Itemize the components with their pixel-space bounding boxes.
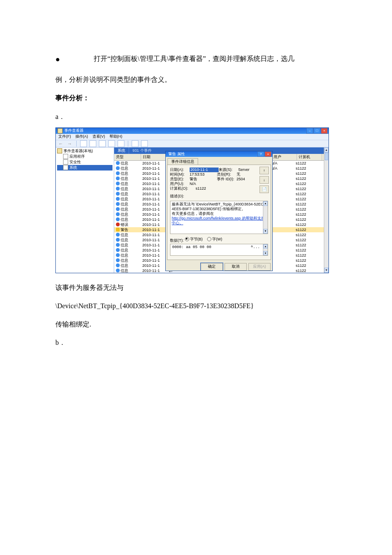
label-data: 数据(T): xyxy=(170,238,184,242)
cell-type: 信息 xyxy=(114,268,141,273)
tree-panel: 事件查看器(本地) 应用程序 安全性 系统 xyxy=(56,147,114,273)
cell: 2010-11-1 xyxy=(141,161,167,166)
properties-icon[interactable] xyxy=(99,140,106,147)
cell xyxy=(269,212,294,217)
data-hex-field[interactable]: 0000: aa 05 00 00 ª... ▲ ▼ xyxy=(170,244,268,256)
description-link[interactable]: http://go.microsoft.com/fwlink/events.as… xyxy=(172,216,266,225)
cell-type: 信息 xyxy=(114,253,141,258)
cell: s1122 xyxy=(294,197,319,202)
cell-type-text: 信息 xyxy=(121,186,128,191)
show-hide-tree-icon[interactable] xyxy=(89,140,96,147)
list-view-icon[interactable] xyxy=(141,140,148,147)
cell: 2010-11-1 xyxy=(141,171,167,176)
cell-type-text: 警告 xyxy=(121,227,128,232)
cell-type-text: 信息 xyxy=(121,197,128,202)
cell xyxy=(269,248,294,253)
menu-action[interactable]: 操作(A) xyxy=(75,134,88,139)
ok-button[interactable]: 确定 xyxy=(201,263,223,271)
cell-type: 信息 xyxy=(114,176,141,181)
cell xyxy=(269,268,294,273)
cell-type-text: 信息 xyxy=(121,181,128,186)
dialog-tabstrip: 事件详细信息 xyxy=(166,157,272,165)
scroll-thumb[interactable] xyxy=(325,153,328,160)
tree-item-application[interactable]: 应用程序 xyxy=(57,154,112,159)
tree-item-label: 安全性 xyxy=(69,159,81,165)
log-icon xyxy=(63,165,68,170)
cell: s1122 xyxy=(294,263,319,268)
event-count: 931 个事件 xyxy=(129,148,155,153)
tree-item-system[interactable]: 系统 xyxy=(57,165,112,171)
cell xyxy=(269,202,294,207)
info-icon xyxy=(116,253,120,257)
cell xyxy=(269,243,294,248)
cell: s1122 xyxy=(294,171,319,176)
cell xyxy=(269,237,294,243)
cell: s1122 xyxy=(294,166,319,171)
menu-file[interactable]: 文件(F) xyxy=(58,134,71,139)
data-scrollbar[interactable]: ▲ ▼ xyxy=(263,244,268,255)
scroll-up-icon[interactable]: ▲ xyxy=(324,147,329,153)
prev-event-button[interactable]: ↑ xyxy=(259,167,269,174)
close-button[interactable]: × xyxy=(321,128,328,134)
cell: s1122 xyxy=(294,176,319,181)
cell-type-text: 信息 xyxy=(121,176,128,181)
help-icon[interactable] xyxy=(132,140,138,147)
cell-type-text: 信息 xyxy=(121,166,128,171)
cell: s1122 xyxy=(294,268,319,273)
vertical-scrollbar[interactable]: ▲ ▼ xyxy=(324,147,329,273)
next-event-button[interactable]: ↓ xyxy=(259,176,269,184)
dialog-tab-details[interactable]: 事件详细信息 xyxy=(167,158,198,165)
col-computer[interactable]: 计算机 xyxy=(297,154,322,160)
forward-icon[interactable]: → xyxy=(66,141,73,146)
description-line-0: 服务器无法与 \Device\NetBT_Tcpip_{400D3834-52E… xyxy=(172,202,266,211)
cell-type: 信息 xyxy=(114,166,141,171)
apply-button[interactable]: 应用(A) xyxy=(248,263,271,271)
scroll-down-icon[interactable]: ▼ xyxy=(263,229,268,234)
col-user[interactable]: 用户 xyxy=(272,154,297,160)
scroll-down-icon[interactable]: ▼ xyxy=(263,251,268,255)
copy-event-button[interactable]: 📄 xyxy=(259,185,269,193)
menu-view[interactable]: 查看(V) xyxy=(92,134,105,139)
cell: 2010-11-1 xyxy=(141,166,167,171)
col-date[interactable]: 日期 xyxy=(141,154,168,160)
scroll-up-icon[interactable]: ▲ xyxy=(263,244,268,249)
dialog-close-button[interactable]: × xyxy=(265,151,271,157)
scroll-down-icon[interactable]: ▼ xyxy=(324,268,329,273)
col-type[interactable]: 类型 xyxy=(114,154,141,160)
cell-type-text: 信息 xyxy=(121,263,128,268)
info-icon xyxy=(116,187,120,191)
cell: 2010-11-1 xyxy=(141,263,167,268)
cell: s1122 xyxy=(294,161,319,166)
cell-type: 信息 xyxy=(114,171,141,176)
tree-root[interactable]: 事件查看器(本地) xyxy=(57,148,112,154)
label-type: 类型(E): xyxy=(170,177,190,182)
menu-help[interactable]: 帮助(H) xyxy=(110,134,123,139)
radio-words[interactable]: 字(W) xyxy=(207,237,222,242)
tree-root-label: 事件查看器(本地) xyxy=(63,148,93,154)
description-field[interactable]: 服务器无法与 \Device\NetBT_Tcpip_{400D3834-52E… xyxy=(170,201,268,234)
description-scrollbar[interactable]: ▲ ▼ xyxy=(263,201,268,234)
cell: 2010-11-1 xyxy=(141,243,167,248)
cell-type: 信息 xyxy=(114,237,141,243)
cancel-button[interactable]: 取消 xyxy=(225,263,247,271)
cell: s1122 xyxy=(294,191,319,197)
list-caption-log: 系统 xyxy=(114,147,129,154)
refresh-icon[interactable] xyxy=(108,140,115,147)
cell-type-text: 信息 xyxy=(121,253,128,258)
label-user: 用户(U): xyxy=(170,182,190,186)
export-list-icon[interactable] xyxy=(118,140,124,147)
minimize-button[interactable]: – xyxy=(306,128,313,134)
tree-item-security[interactable]: 安全性 xyxy=(57,159,112,165)
dialog-help-button[interactable]: ? xyxy=(257,151,264,157)
radio-bytes[interactable]: 字节(B) xyxy=(185,237,203,242)
cell: s1122 xyxy=(294,227,319,232)
cell xyxy=(269,227,294,232)
up-icon[interactable] xyxy=(80,140,87,147)
maximize-button[interactable]: □ xyxy=(314,128,320,134)
cell xyxy=(269,171,294,176)
cell xyxy=(269,186,294,191)
log-icon xyxy=(63,159,68,165)
item-b-label: b． xyxy=(55,335,337,350)
back-icon[interactable]: ← xyxy=(58,141,64,146)
scroll-up-icon[interactable]: ▲ xyxy=(263,201,268,206)
